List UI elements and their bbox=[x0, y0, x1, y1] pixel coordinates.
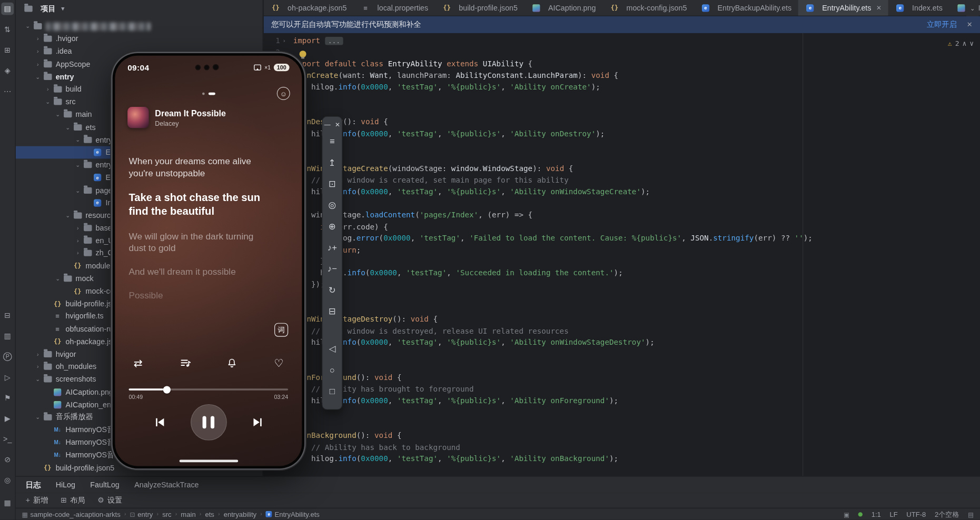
emu-back-icon[interactable]: ◁ bbox=[325, 342, 339, 355]
emu-scroll-top-icon[interactable]: ↥ bbox=[325, 156, 339, 169]
fold-chevron-icon[interactable]: › bbox=[282, 35, 292, 46]
profiler-icon[interactable]: P bbox=[1, 351, 14, 363]
emu-menu-icon[interactable]: ≡ bbox=[325, 134, 339, 148]
project-icon[interactable]: ▤ bbox=[1, 3, 14, 15]
breadcrumb-item[interactable]: ▦sample-code_-aicaption-arkts bbox=[22, 511, 121, 518]
caret-position[interactable]: 1:1 bbox=[872, 511, 881, 518]
breadcrumb-separator: › bbox=[124, 511, 126, 517]
structure-icon[interactable]: ⊞ bbox=[1, 44, 14, 56]
lyric-line[interactable]: When your dreams come alive you're unsto… bbox=[129, 156, 272, 179]
chevron-down-icon: ▼ bbox=[60, 6, 66, 12]
tool-window-tab[interactable]: FaultLog bbox=[90, 481, 119, 489]
indent-setting[interactable]: 2个空格 bbox=[935, 509, 959, 519]
lyric-line[interactable]: And we'll dream it possible bbox=[129, 266, 272, 278]
emu-crop-icon[interactable]: ⊡ bbox=[325, 177, 339, 191]
more-tool-windows-icon[interactable]: ⋯ bbox=[1, 85, 14, 97]
line-ending[interactable]: LF bbox=[889, 511, 897, 518]
editor-tab[interactable]: ≡local.properties bbox=[353, 0, 435, 16]
emu-minimize-icon[interactable]: — bbox=[324, 121, 331, 128]
settings-button[interactable]: ⚙设置 bbox=[97, 495, 122, 506]
privacy-lock-icon[interactable]: ▣ bbox=[844, 511, 849, 517]
emu-rotate-icon[interactable]: ↻ bbox=[325, 283, 339, 297]
lyrics-button[interactable]: 词 bbox=[274, 323, 288, 337]
lyric-line[interactable]: Possible bbox=[129, 290, 272, 302]
album-art[interactable] bbox=[127, 107, 149, 128]
run-configurations-icon[interactable]: ▷ bbox=[1, 371, 14, 384]
todo-icon[interactable]: ⚑ bbox=[1, 392, 14, 404]
breadcrumb-item[interactable]: main bbox=[181, 511, 195, 518]
progress-slider[interactable] bbox=[129, 385, 289, 393]
more-tools-icon[interactable]: ▦ bbox=[1, 497, 14, 509]
bell-icon[interactable] bbox=[225, 356, 239, 370]
tree-item-label: mock bbox=[76, 274, 94, 283]
editor-tab[interactable]: {}oh-package.json5 bbox=[264, 0, 354, 16]
assistant-avatar-icon[interactable]: ☺ bbox=[277, 87, 290, 100]
slider-thumb[interactable] bbox=[163, 386, 171, 393]
breadcrumb-item[interactable]: entryability bbox=[224, 511, 256, 518]
lyrics-panel[interactable]: When your dreams come alive you're unsto… bbox=[129, 156, 276, 314]
emu-volume-up-icon[interactable]: ♪+ bbox=[325, 241, 339, 254]
layout-button[interactable]: ⊞布局 bbox=[61, 495, 85, 506]
device-status-dot bbox=[858, 512, 863, 516]
tool-window-tab[interactable]: AnalyzeStackTrace bbox=[134, 481, 199, 489]
run-icon[interactable]: ▶ bbox=[1, 412, 14, 425]
heart-icon[interactable]: ♡ bbox=[272, 356, 285, 370]
code-line: 5 hilog.info(0x0000, 'testTag', '%{publi… bbox=[264, 82, 980, 93]
lyric-line[interactable]: We will glow in the dark turning dust to… bbox=[129, 231, 272, 254]
phone-screen: 09:04 ×1 100 ☺ Dream It Possible Delacey… bbox=[115, 56, 302, 466]
previous-track-button[interactable] bbox=[152, 415, 166, 429]
version-control-icon[interactable]: ◎ bbox=[1, 474, 14, 487]
emu-screenshot-icon[interactable]: ⊕ bbox=[325, 219, 339, 233]
editor-tab[interactable]: {}mock-config.json5 bbox=[602, 0, 694, 16]
hidden-tabs-chevron-icon[interactable]: ⌄ bbox=[966, 0, 979, 16]
emu-fold-icon[interactable]: ⊟ bbox=[325, 304, 339, 318]
emu-home-icon[interactable]: ○ bbox=[325, 363, 339, 377]
device-emulator[interactable]: 09:04 ×1 100 ☺ Dream It Possible Delacey… bbox=[113, 53, 304, 468]
problems-icon[interactable]: ⊘ bbox=[1, 454, 14, 466]
next-issue-icon[interactable]: ∨ bbox=[969, 38, 974, 49]
commit-icon[interactable]: ⇅ bbox=[1, 23, 14, 36]
add-button[interactable]: +新增 bbox=[26, 495, 48, 506]
build-icon[interactable]: ⊟ bbox=[1, 309, 14, 322]
project-panel-header[interactable]: 项目 ▼ bbox=[16, 0, 263, 17]
editor-tab[interactable]: AICaption.png bbox=[524, 0, 602, 16]
tree-item[interactable]: ⌄ bbox=[16, 20, 263, 33]
shuffle-icon[interactable]: ⇄ bbox=[131, 356, 145, 370]
encoding[interactable]: UTF-8 bbox=[906, 511, 926, 518]
breadcrumb-item[interactable]: ⊡entry bbox=[130, 511, 153, 518]
breadcrumb-separator: › bbox=[218, 511, 220, 517]
editor-tab[interactable]: eIndex.ets bbox=[888, 0, 949, 16]
folded-region[interactable]: ... bbox=[325, 37, 343, 45]
emu-close-icon[interactable]: ✕ bbox=[335, 121, 340, 128]
terminal-icon[interactable]: >_ bbox=[1, 433, 14, 446]
emu-location-icon[interactable]: ◎ bbox=[325, 198, 339, 212]
notifications-icon[interactable]: ▤ bbox=[968, 511, 974, 517]
notification-close-icon[interactable]: ✕ bbox=[967, 21, 973, 28]
pause-button[interactable] bbox=[190, 404, 226, 441]
lyric-line[interactable]: Take a shot chase the sun find the beaut… bbox=[129, 191, 276, 218]
device-manager-icon[interactable]: ▥ bbox=[1, 330, 14, 343]
tab-close-icon[interactable]: ✕ bbox=[876, 4, 882, 11]
code-editor[interactable]: ⚠ 2 ∧ ∨ 1›import ...23export default cla… bbox=[264, 33, 980, 476]
intention-bulb-icon[interactable] bbox=[300, 51, 306, 57]
code-line: 20 } bbox=[264, 256, 980, 267]
editor-tab[interactable]: eEntryBackupAbility.ets bbox=[694, 0, 798, 16]
prev-issue-icon[interactable]: ∧ bbox=[963, 38, 967, 49]
ets-icon: e bbox=[895, 4, 905, 12]
editor-tab[interactable]: {}build-profile.json5 bbox=[435, 0, 524, 16]
breadcrumb-item[interactable]: ets bbox=[205, 511, 214, 518]
breadcrumb-item[interactable]: eEntryAbility.ets bbox=[266, 511, 320, 518]
services-icon[interactable]: ◈ bbox=[1, 64, 14, 77]
playlist-icon[interactable] bbox=[178, 356, 192, 370]
next-track-button[interactable] bbox=[250, 415, 265, 429]
tree-item[interactable]: ›.hvigor bbox=[16, 33, 263, 45]
inspections-widget[interactable]: ⚠ 2 ∧ ∨ bbox=[948, 38, 974, 49]
notification-action-link[interactable]: 立即开启 bbox=[927, 19, 957, 30]
tool-window-tab[interactable]: HiLog bbox=[56, 481, 75, 489]
home-indicator[interactable] bbox=[179, 460, 238, 463]
editor-tab[interactable]: eEntryAbility.ets✕ bbox=[798, 0, 888, 16]
emu-recents-icon[interactable]: □ bbox=[325, 384, 339, 398]
emu-volume-down-icon[interactable]: ♪− bbox=[325, 262, 339, 275]
breadcrumb-item[interactable]: src bbox=[162, 511, 171, 518]
json-icon: {} bbox=[610, 4, 620, 11]
